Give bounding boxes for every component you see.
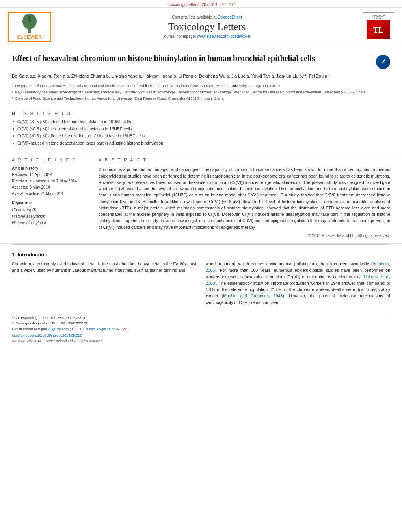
copyright-line: © 2014 Elsevier Ireland Ltd. All rights … xyxy=(99,234,390,238)
highlight-item-4: Cr(VI)-induced histone deacetylation tak… xyxy=(12,140,390,146)
intro-number: 1. xyxy=(12,252,16,258)
elsevier-brand-label: ELSEVIER xyxy=(11,35,48,39)
keyword-2: Histone acetylation xyxy=(12,213,91,220)
journal-ref-text: Toxicology Letters 228 (2014) 241–247 xyxy=(167,2,235,7)
aff-c-text: College of Food Science and Technology, … xyxy=(15,96,224,101)
contents-line: Contents lists available at ScienceDirec… xyxy=(55,15,359,19)
article-info-column: A R T I C L E I N F O Article history: R… xyxy=(12,158,91,238)
journal-logo-icon: TL xyxy=(367,20,390,39)
keyword-3: Histone biotinylation xyxy=(12,220,91,226)
intro-left-col: Chromium, a commonly used industrial met… xyxy=(12,261,196,306)
highlights-section: H I G H L I G H T S Cr(VI) (≥2.5 μM) ind… xyxy=(0,106,402,152)
machle-ref[interactable]: Machle and Gregorius, 1948 xyxy=(223,293,283,298)
footnote-star-2: ** xyxy=(12,321,16,325)
keyword-1: Chromium(VI) xyxy=(12,206,91,213)
authors-text: Bo Xia a,b,c, Xiao-hu Ren a,b, Zhi-xiong… xyxy=(12,74,330,78)
doi-line: http://dx.doi.org/10.1016/j.toxlet.2014.… xyxy=(0,333,402,338)
available-date: Available online 21 May 2014 xyxy=(12,191,91,197)
elsevier-logo: ELSEVIER xyxy=(8,12,51,42)
affiliation-a: a Department of Occupational Health and … xyxy=(12,83,390,89)
revised-date: Received in revised form 7 May 2014 xyxy=(12,178,91,184)
intro-title: Introduction xyxy=(17,252,47,258)
footnote-corresponding-1: * Corresponding author. Tel.: +86 20 616… xyxy=(12,315,390,321)
article-header: Effect of hexavalent chromium on histone… xyxy=(0,46,402,106)
keywords-block: Keywords: Chromium(VI) Histone acetylati… xyxy=(12,201,91,226)
footnotes-section: * Corresponding author. Tel.: +86 20 616… xyxy=(12,313,390,332)
intro-left-text: Chromium, a commonly used industrial met… xyxy=(12,261,196,274)
highlights-list: Cr(VI) (≥2.5 μM) induced histone deacety… xyxy=(12,119,390,146)
highlight-item-2: Cr(VI) (≤0.6 μM) increased histone bioti… xyxy=(12,126,390,132)
article-title-row: Effect of hexavalent chromium on histone… xyxy=(12,53,390,69)
homepage-line: journal homepage: www.elsevier.com/locat… xyxy=(55,34,359,39)
footnote-email: E-mail addresses: junli98@126.com (J.-j.… xyxy=(12,327,390,332)
abstract-text: Chromium is a potent human mutagen and c… xyxy=(99,166,390,230)
article-info-abstract-section: A R T I C L E I N F O Article history: R… xyxy=(0,152,402,244)
journal-header-center: Contents lists available at ScienceDirec… xyxy=(55,15,359,39)
keywords-label: Keywords: xyxy=(12,201,91,205)
keywords-list: Chromium(VI) Histone acetylation Histone… xyxy=(12,206,91,226)
crossmark-badge[interactable]: ✓ xyxy=(376,55,390,69)
holmes-ref[interactable]: Holmes et al., 2008 xyxy=(206,274,390,285)
introduction-heading: 1. Introduction xyxy=(12,252,390,258)
aff-a-text: Department of Occupational Health and Oc… xyxy=(15,83,280,89)
article-history-label: Article history: xyxy=(12,166,91,171)
issn-line: 0378-4274/© 2014 Elsevier Ireland Ltd. A… xyxy=(0,338,402,344)
aff-c-super: c xyxy=(12,96,13,101)
highlights-heading: H I G H L I G H T S xyxy=(12,111,390,116)
footnote-text-1: Corresponding author. Tel.: +86 20 61648… xyxy=(14,316,86,320)
email-liu[interactable]: junli98@126.com xyxy=(41,327,69,331)
authors-line: Bo Xia a,b,c, Xiao-hu Ren a,b, Zhi-xiong… xyxy=(12,73,390,80)
aff-b-super: b xyxy=(12,89,13,95)
journal-reference-bar: Toxicology Letters 228 (2014) 241–247 xyxy=(0,0,402,8)
introduction-body: Chromium, a commonly used industrial met… xyxy=(12,261,390,306)
journal-logo-top-text: ToxicologyLetters xyxy=(365,14,392,20)
aff-b-text: Key Laboratory of Modern Toxicology of S… xyxy=(15,89,365,95)
journal-logo-box: ToxicologyLetters TL xyxy=(363,12,394,41)
doi-link[interactable]: http://dx.doi.org/10.1016/j.toxlet.2014.… xyxy=(12,334,82,337)
article-info-heading: A R T I C L E I N F O xyxy=(12,158,91,162)
crossmark-icon: ✓ xyxy=(376,55,390,69)
affiliation-c: c College of Food Science and Technology… xyxy=(12,96,390,101)
vutukuru-ref[interactable]: Vutukuru, 2005 xyxy=(206,261,390,272)
received-date: Received 14 April 2014 xyxy=(12,172,91,178)
elsevier-tree-icon xyxy=(18,14,41,34)
abstract-column: A B S T R A C T Chromium is a potent hum… xyxy=(99,158,390,238)
accepted-date: Accepted 8 May 2014 xyxy=(12,184,91,191)
abstract-heading: A B S T R A C T xyxy=(99,158,390,162)
email-addresses: junli98@126.com (J.-j. Liu), public_xb@s… xyxy=(41,327,130,331)
body-section: 1. Introduction Chromium, a commonly use… xyxy=(0,245,402,313)
footnote-text-2: Corresponding author. Tel.: +86 13501580… xyxy=(16,321,89,325)
article-history-block: Article history: Received 14 April 2014 … xyxy=(12,166,91,197)
affiliation-b: b Key Laboratory of Modern Toxicology of… xyxy=(12,89,390,95)
sciencedirect-link[interactable]: ScienceDirect xyxy=(218,15,242,19)
elsevier-logo-box: ELSEVIER xyxy=(8,12,51,42)
svg-point-2 xyxy=(28,16,31,19)
journal-title: Toxicology Letters xyxy=(55,21,359,33)
email-label: E-mail addresses: xyxy=(12,327,40,331)
homepage-url[interactable]: www.elsevier.com/locate/toxlet xyxy=(197,34,251,39)
page-wrapper: Toxicology Letters 228 (2014) 241–247 xyxy=(0,0,402,344)
highlight-item-3: Cr(VI) (≥0.6 μM) affected the distributi… xyxy=(12,133,390,139)
journal-header: ELSEVIER Contents lists available at Sci… xyxy=(0,8,402,46)
email-zou[interactable]: public_xb@sina.cn xyxy=(86,327,115,331)
highlight-item-1: Cr(VI) (≥2.5 μM) induced histone deacety… xyxy=(12,119,390,125)
affiliations: a Department of Occupational Health and … xyxy=(12,83,390,102)
article-dates: Received 14 April 2014 Received in revis… xyxy=(12,172,91,197)
article-title: Effect of hexavalent chromium on histone… xyxy=(12,53,370,63)
aff-a-super: a xyxy=(12,83,13,89)
footnote-corresponding-2: ** Corresponding author. Tel.: +86 13501… xyxy=(12,321,390,326)
intro-right-text: wood treatment, which caused environment… xyxy=(206,261,390,306)
intro-right-col: wood treatment, which caused environment… xyxy=(206,261,390,306)
